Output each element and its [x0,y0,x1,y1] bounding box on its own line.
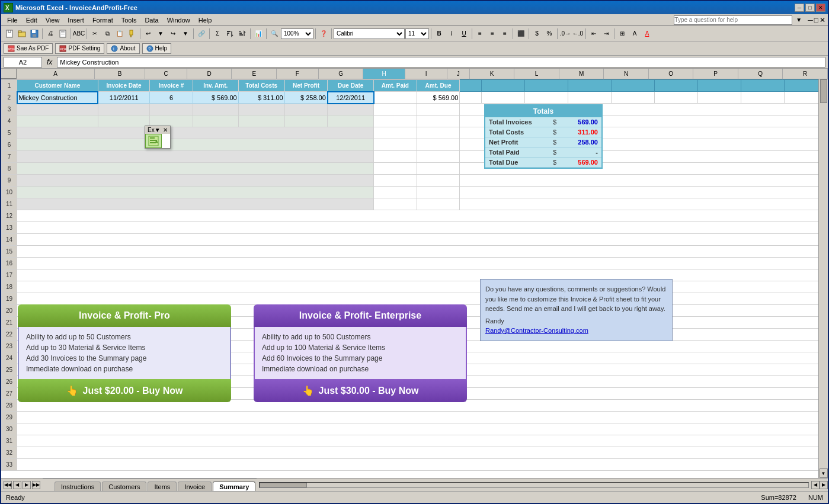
minimize-button[interactable]: ─ [795,4,804,12]
paste-button[interactable]: 📋 [114,28,126,40]
cell-H7[interactable] [374,151,417,163]
sort-asc-button[interactable] [224,28,236,40]
align-left-button[interactable]: ≡ [474,28,486,40]
autosum-button[interactable]: Σ [212,28,223,40]
tab-scroll-left[interactable]: ◀ [13,481,21,489]
print-button[interactable]: 🖨 [44,28,56,40]
menu-window[interactable]: Window [164,16,194,24]
close-button[interactable]: ✕ [816,4,825,12]
promo-enterprise-buy-button[interactable]: 👆 Just $30.00 - Buy Now [254,379,467,402]
cell-D4[interactable] [193,115,238,127]
open-button[interactable] [16,28,28,40]
align-right-button[interactable]: ≡ [499,28,511,40]
fill-color-button[interactable]: A [629,28,641,40]
cell-H8[interactable] [374,163,417,175]
cell-H6[interactable] [374,139,417,151]
cut-button[interactable]: ✂ [89,28,101,40]
cell-A3[interactable] [17,104,98,115]
zoom-out-button[interactable]: 🔍 [268,28,280,40]
tab-scroll-right-right[interactable]: ▶▶ [32,481,40,489]
insert-hyperlink-button[interactable]: 🔗 [196,28,207,40]
cell-I3[interactable] [417,104,460,115]
cell-E3[interactable] [238,104,284,115]
cell-G2[interactable]: 12/2/2011 [328,92,374,104]
indent-increase-button[interactable]: ⇥ [600,28,612,40]
h-scroll-right-btn[interactable]: ▶ [820,481,828,489]
cell-I6[interactable] [417,139,460,151]
cell-L2[interactable] [525,92,568,104]
autocomplete-icon[interactable] [145,134,162,148]
cell-H5[interactable] [374,127,417,139]
italic-button[interactable]: I [446,28,457,40]
menu-help[interactable]: Help [195,16,216,24]
font-select[interactable]: Calibri [334,28,405,39]
cell-M2[interactable] [568,92,612,104]
cell-I11[interactable] [417,198,460,210]
menu-file[interactable]: File [4,16,21,24]
vertical-scrollbar[interactable]: ▲ ▼ [818,69,828,478]
cell-H4[interactable] [374,115,417,127]
tab-customers[interactable]: Customers [102,481,146,492]
cell-H9[interactable] [374,175,417,187]
cell-D2[interactable]: $ 569.00 [193,92,238,104]
tab-scroll-right[interactable]: ▶ [23,481,31,489]
scroll-thumb-v[interactable] [820,79,827,103]
tab-summary[interactable]: Summary [213,481,255,492]
format-painter-button[interactable] [126,28,138,40]
sort-desc-button[interactable] [236,28,248,40]
cell-E2[interactable]: $ 311.00 [238,92,284,104]
undo-button[interactable]: ↩ [142,28,154,40]
grid-scroll-area[interactable]: 1 Customer Name Invoice Date Invoice # I… [1,79,828,478]
borders-button[interactable]: ⊞ [616,28,628,40]
bold-button[interactable]: B [433,28,445,40]
redo-dropdown[interactable]: ▼ [180,28,191,40]
cell-G3[interactable] [328,104,374,115]
cell-E4[interactable] [238,115,284,127]
font-size-select[interactable]: 11 10 12 [405,28,429,39]
help-button[interactable]: ❓ [318,28,329,40]
maximize-button[interactable]: □ [805,4,815,12]
cell-I7[interactable] [417,151,460,163]
cell-C3[interactable] [150,104,193,115]
cell-reference-box[interactable]: A2 [4,57,42,68]
redo-button[interactable]: ↪ [167,28,179,40]
tab-items[interactable]: Items [148,481,177,492]
menu-restore[interactable]: □ [814,16,818,24]
cell-F4[interactable] [284,115,328,127]
undo-dropdown[interactable]: ▼ [155,28,167,40]
h-scroll-thumb[interactable] [260,483,307,487]
cell-A4[interactable] [17,115,98,127]
new-button[interactable] [4,28,15,40]
help-search-input[interactable] [674,15,792,25]
h-scroll-left-btn[interactable]: ◀ [811,481,820,489]
spell-check-button[interactable]: ABC [73,28,85,40]
menu-insert[interactable]: Insert [64,16,88,24]
cell-F3[interactable] [284,104,328,115]
underline-button[interactable]: U [458,28,470,40]
cell-H11[interactable] [374,198,417,210]
chart-button[interactable]: 📊 [252,28,264,40]
formula-input[interactable]: Mickey Construction [57,57,825,68]
cell-C2[interactable]: 6 [150,92,193,104]
contact-email[interactable]: Randy@Contractor-Consulting.com [485,326,667,336]
merge-center-button[interactable]: ⬛ [515,28,527,40]
help-dropdown[interactable]: ▼ [793,17,804,23]
save-as-pdf-button[interactable]: PDF Sae As PDF [4,43,53,54]
zoom-select[interactable]: 100% 75% 50% [281,28,313,39]
cell-O2[interactable] [654,92,697,104]
autocomplete-popup[interactable]: Ex ▼ ✕ [145,126,171,149]
menu-view[interactable]: View [42,16,63,24]
increase-decimal-button[interactable]: .0→ [559,28,571,40]
about-button[interactable]: i About [107,43,139,54]
menu-edit[interactable]: Edit [23,16,41,24]
cell-I2[interactable]: $ 569.00 [417,92,460,104]
h-scrollbar-area[interactable] [257,479,811,491]
percent-button[interactable]: % [543,28,555,40]
cell-A2[interactable]: Mickey Construction [17,92,98,104]
help-qa-button[interactable]: ? Help [142,43,172,54]
menu-tools[interactable]: Tools [118,16,140,24]
tab-invoice[interactable]: Invoice [178,481,212,492]
cell-H10[interactable] [374,187,417,198]
scroll-down-button[interactable]: ▼ [820,468,828,478]
menu-minimize[interactable]: ─ [808,16,813,24]
